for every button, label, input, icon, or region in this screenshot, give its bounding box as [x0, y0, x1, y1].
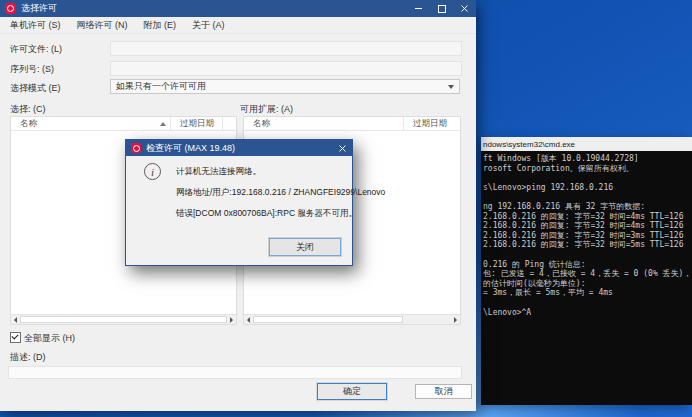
app-icon	[131, 143, 141, 153]
sort-ascending-icon	[160, 122, 166, 126]
menu-standalone-license[interactable]: 单机许可 (S)	[2, 17, 69, 33]
select-mode-value: 如果只有一个许可可用	[116, 80, 206, 93]
license-file-label: 许可文件: (L)	[10, 43, 62, 56]
dialog-titlebar: 检查许可 (MAX 19.48)	[126, 140, 352, 156]
chevron-down-icon	[448, 85, 454, 89]
extensions-table-header: 名称 过期日期	[244, 117, 460, 131]
dialog-title: 检查许可 (MAX 19.48)	[146, 142, 235, 155]
column-header-rest	[223, 117, 236, 130]
info-icon: i	[144, 163, 161, 180]
dialog-message-3: 错误[DCOM 0x800706BA]:RPC 服务器不可用。	[176, 208, 357, 220]
scroll-right-icon[interactable]	[451, 315, 460, 324]
select-mode-label: 选择模式 (E)	[10, 82, 61, 95]
description-field	[8, 366, 462, 379]
show-all-label: 全部显示 (H)	[24, 332, 75, 345]
cmd-titlebar: ndows\system32\cmd.exe	[481, 137, 692, 151]
selection-panel-label: 选择: (C)	[10, 103, 46, 116]
dialog-close-action-button[interactable]: 关闭	[269, 238, 341, 256]
column-header-name[interactable]: 名称	[11, 117, 171, 130]
scroll-left-icon[interactable]	[11, 315, 20, 324]
scrollbar-track[interactable]	[403, 316, 451, 323]
menu-network-license[interactable]: 网络许可 (N)	[69, 17, 136, 33]
maximize-icon	[438, 5, 446, 13]
window-title: 选择许可	[21, 2, 57, 15]
license-window-titlebar: 选择许可	[0, 0, 476, 17]
extensions-panel-label: 可用扩展: (A)	[240, 103, 293, 116]
minimize-button[interactable]	[407, 0, 430, 17]
menu-addons[interactable]: 附加 (E)	[136, 17, 185, 33]
license-file-field[interactable]	[110, 41, 462, 56]
app-icon	[5, 3, 16, 14]
show-all-checkbox[interactable]	[10, 332, 21, 343]
close-icon	[461, 5, 468, 12]
menu-about[interactable]: 关于 (A)	[184, 17, 233, 33]
column-header-expiry[interactable]: 过期日期	[404, 117, 460, 130]
column-header-expiry[interactable]: 过期日期	[171, 117, 223, 130]
selection-table-hscrollbar[interactable]	[11, 314, 236, 324]
description-label: 描述: (D)	[10, 351, 46, 364]
selection-table-header: 名称 过期日期	[11, 117, 236, 131]
dialog-message-1: 计算机无法连接网络。	[176, 166, 261, 178]
minimize-icon	[415, 8, 422, 9]
desktop: ndows\system32\cmd.exe ft Windows [版本 10…	[0, 0, 692, 417]
menubar: 单机许可 (S) 网络许可 (N) 附加 (E) 关于 (A)	[0, 17, 476, 34]
scroll-left-icon[interactable]	[244, 315, 253, 324]
checkmark-icon	[11, 332, 18, 339]
cmd-title: ndows\system32\cmd.exe	[483, 140, 575, 149]
scrollbar-thumb[interactable]	[253, 316, 403, 323]
ok-button[interactable]: 确定	[317, 383, 387, 400]
column-header-name[interactable]: 名称	[244, 117, 404, 130]
cmd-output: ft Windows [版本 10.0.19044.2728] rosoft C…	[481, 151, 692, 317]
select-mode-dropdown[interactable]: 如果只有一个许可可用	[110, 79, 460, 94]
dialog-message-2: 网络地址/用户:192.168.0.216 / ZHANGFEI9299\Len…	[176, 187, 385, 199]
cmd-window: ndows\system32\cmd.exe ft Windows [版本 10…	[481, 137, 692, 405]
serial-number-field[interactable]	[110, 61, 462, 76]
check-license-dialog: 检查许可 (MAX 19.48) i 计算机无法连接网络。 网络地址/用户:19…	[125, 139, 353, 266]
close-button[interactable]	[453, 0, 476, 17]
serial-number-label: 序列号: (S)	[10, 63, 54, 76]
close-icon	[339, 145, 346, 152]
extensions-table-hscrollbar[interactable]	[244, 314, 460, 324]
scrollbar-thumb[interactable]	[20, 316, 227, 323]
maximize-button[interactable]	[430, 0, 453, 17]
cancel-button[interactable]: 取消	[415, 384, 472, 399]
scroll-right-icon[interactable]	[227, 315, 236, 324]
dialog-close-button[interactable]	[332, 140, 352, 156]
